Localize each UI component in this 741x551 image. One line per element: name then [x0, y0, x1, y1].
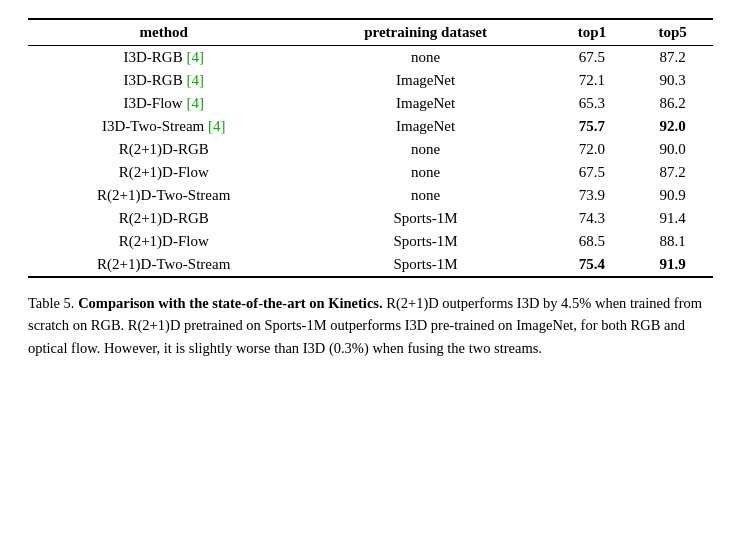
cell-top1: 75.7	[552, 115, 633, 138]
cell-method: I3D-Two-Stream [4]	[28, 115, 299, 138]
results-table: method pretraining dataset top1 top5 I3D…	[28, 18, 713, 278]
cell-top5: 86.2	[632, 92, 713, 115]
cell-top5: 91.4	[632, 207, 713, 230]
cell-top1: 74.3	[552, 207, 633, 230]
header-top5: top5	[632, 19, 713, 46]
header-top1: top1	[552, 19, 633, 46]
cell-pretraining: none	[299, 184, 551, 207]
cell-top5: 87.2	[632, 161, 713, 184]
cell-method: R(2+1)D-RGB	[28, 207, 299, 230]
cell-top1: 72.1	[552, 69, 633, 92]
cell-method: R(2+1)D-RGB	[28, 138, 299, 161]
cell-method: R(2+1)D-Two-Stream	[28, 184, 299, 207]
table-row: I3D-RGB [4]ImageNet72.190.3	[28, 69, 713, 92]
cell-method: I3D-RGB [4]	[28, 46, 299, 70]
cell-top1: 65.3	[552, 92, 633, 115]
cell-pretraining: ImageNet	[299, 115, 551, 138]
cell-method: R(2+1)D-Two-Stream	[28, 253, 299, 277]
cell-top1: 73.9	[552, 184, 633, 207]
cell-top1: 75.4	[552, 253, 633, 277]
table-caption: Table 5. Comparison with the state-of-th…	[28, 292, 713, 359]
cell-top5: 91.9	[632, 253, 713, 277]
table-row: R(2+1)D-RGBnone72.090.0	[28, 138, 713, 161]
table-row: R(2+1)D-Two-StreamSports-1M75.491.9	[28, 253, 713, 277]
table-header-row: method pretraining dataset top1 top5	[28, 19, 713, 46]
cell-pretraining: ImageNet	[299, 69, 551, 92]
cell-top1: 67.5	[552, 161, 633, 184]
cell-method: I3D-Flow [4]	[28, 92, 299, 115]
cell-top1: 67.5	[552, 46, 633, 70]
cell-pretraining: Sports-1M	[299, 230, 551, 253]
header-pretraining: pretraining dataset	[299, 19, 551, 46]
cell-top5: 88.1	[632, 230, 713, 253]
cell-top1: 72.0	[552, 138, 633, 161]
header-method: method	[28, 19, 299, 46]
cell-pretraining: ImageNet	[299, 92, 551, 115]
table-row: R(2+1)D-Two-Streamnone73.990.9	[28, 184, 713, 207]
cell-top1: 68.5	[552, 230, 633, 253]
table-row: R(2+1)D-Flownone67.587.2	[28, 161, 713, 184]
cell-top5: 90.0	[632, 138, 713, 161]
table-row: R(2+1)D-FlowSports-1M68.588.1	[28, 230, 713, 253]
cell-top5: 90.3	[632, 69, 713, 92]
table-row: I3D-Flow [4]ImageNet65.386.2	[28, 92, 713, 115]
cell-top5: 90.9	[632, 184, 713, 207]
caption-bold-text: Comparison with the state-of-the-art on …	[78, 295, 382, 311]
cell-pretraining: none	[299, 161, 551, 184]
caption-label: Table 5.	[28, 295, 75, 311]
cell-method: R(2+1)D-Flow	[28, 230, 299, 253]
cell-top5: 87.2	[632, 46, 713, 70]
table-row: I3D-RGB [4]none67.587.2	[28, 46, 713, 70]
cell-top5: 92.0	[632, 115, 713, 138]
cell-pretraining: Sports-1M	[299, 207, 551, 230]
results-table-wrapper: method pretraining dataset top1 top5 I3D…	[28, 18, 713, 278]
cell-pretraining: none	[299, 138, 551, 161]
cell-method: I3D-RGB [4]	[28, 69, 299, 92]
cell-pretraining: none	[299, 46, 551, 70]
table-row: I3D-Two-Stream [4]ImageNet75.792.0	[28, 115, 713, 138]
cell-method: R(2+1)D-Flow	[28, 161, 299, 184]
table-row: R(2+1)D-RGBSports-1M74.391.4	[28, 207, 713, 230]
cell-pretraining: Sports-1M	[299, 253, 551, 277]
